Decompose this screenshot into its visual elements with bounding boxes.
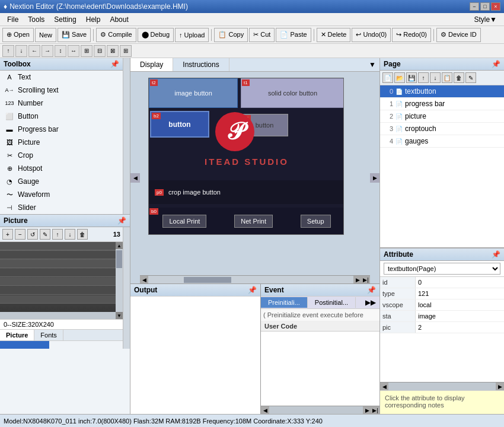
scroll-thumb[interactable] <box>116 250 122 268</box>
tool-gauge[interactable]: ◔ Gauge <box>0 175 123 188</box>
page-delete-btn[interactable]: 🗑 <box>454 72 464 83</box>
scroll-down-btn[interactable]: ▼ <box>116 312 123 319</box>
page-pin-icon[interactable]: 📌 <box>492 60 500 68</box>
scroll-right-btn[interactable]: ▶ <box>370 173 379 183</box>
save-button[interactable]: 💾 Save <box>58 28 91 42</box>
solid-color-button-t1[interactable]: t1 solid color button <box>241 78 344 108</box>
image-button-t2[interactable]: t2 image button <box>149 78 238 108</box>
event-code-input[interactable] <box>261 332 379 406</box>
attr-row-vscope[interactable]: vscope local <box>380 299 504 311</box>
maximize-button[interactable]: □ <box>480 2 490 11</box>
copy-button[interactable]: 📋 Copy <box>214 28 248 42</box>
page-up-btn[interactable]: ↑ <box>418 72 429 83</box>
tool-picture[interactable]: 🖼 Picture <box>0 136 123 149</box>
picture-hscroll[interactable] <box>0 312 116 319</box>
tool-text[interactable]: A Text <box>0 71 123 84</box>
preinit-tab[interactable]: Preinitiali... <box>261 297 308 308</box>
output-pin-icon[interactable]: 📌 <box>248 286 257 294</box>
tb-align1-icon[interactable]: ⊞ <box>81 45 92 57</box>
attr-row-pic[interactable]: pic 2 <box>380 322 504 333</box>
hscroll-right-btn[interactable]: ▶ <box>353 276 362 284</box>
menu-file[interactable]: File <box>2 14 23 25</box>
hscroll-far-right[interactable]: ▶| <box>362 276 370 284</box>
tab-fonts[interactable]: Fonts <box>34 330 63 340</box>
menu-setting[interactable]: Setting <box>49 14 81 25</box>
menu-help[interactable]: Help <box>81 14 106 25</box>
tool-number[interactable]: 123 Number <box>0 97 123 110</box>
remove-picture-button[interactable]: − <box>15 229 25 240</box>
tool-button[interactable]: ⬜ Button <box>0 110 123 123</box>
page-copy-btn[interactable]: 📋 <box>442 72 452 83</box>
page-rename-btn[interactable]: ✎ <box>465 72 476 83</box>
attr-row-type[interactable]: type 121 <box>380 288 504 299</box>
event-hscroll-left[interactable]: ◀ <box>261 406 269 415</box>
attribute-select[interactable]: textbutton(Page) <box>384 263 500 275</box>
hscroll-left-btn[interactable]: ◀ <box>140 276 148 284</box>
canvas-hscroll[interactable]: ◀ ▶ ▶| <box>140 275 370 283</box>
attr-row-id[interactable]: id 0 <box>380 277 504 288</box>
tb-up-icon[interactable]: ↑ <box>2 45 14 57</box>
scroll-up-btn[interactable]: ▲ <box>116 242 123 249</box>
page-add-btn[interactable]: 📄 <box>382 72 393 83</box>
local-print-button[interactable]: Local Print <box>162 215 206 228</box>
device-id-button[interactable]: ⚙ Device ID <box>436 28 481 42</box>
tb-right-icon[interactable]: → <box>42 45 53 57</box>
tool-scrolling-text[interactable]: A→ Scrolling text <box>0 84 123 97</box>
tb-wide-icon[interactable]: ↔ <box>68 45 79 57</box>
v-scroll-track[interactable]: ▲ ▼ <box>116 242 123 319</box>
hscroll-thumb[interactable] <box>184 277 231 283</box>
minimize-button[interactable]: − <box>470 2 479 11</box>
tb-grid-icon[interactable]: ⊞ <box>120 45 132 57</box>
page-item-3[interactable]: 3 📄 croptouch <box>380 123 504 135</box>
undo-button[interactable]: ↩ Undo(0) <box>352 28 391 42</box>
tool-hotspot[interactable]: ⊕ Hotspot <box>0 162 123 175</box>
setup-button[interactable]: Setup <box>301 215 331 228</box>
tool-waveform[interactable]: 〜 Waveform <box>0 188 123 201</box>
scroll-left-btn[interactable]: ◀ <box>130 173 140 183</box>
upload-button[interactable]: ↑ Upload <box>175 28 209 42</box>
tab-instructions[interactable]: Instructions <box>173 58 229 71</box>
attr-row-sta[interactable]: sta image <box>380 311 504 322</box>
display-dropdown-icon[interactable]: ▼ <box>365 58 379 71</box>
picture-pin-icon[interactable]: 📌 <box>117 216 126 225</box>
delete-button[interactable]: ✕ Delete <box>317 28 351 42</box>
tb-tall-icon[interactable]: ↕ <box>55 45 66 57</box>
move-up-picture-button[interactable]: ↑ <box>52 229 63 240</box>
event-pin-icon[interactable]: 📌 <box>367 286 376 294</box>
page-save-btn[interactable]: 💾 <box>406 72 417 83</box>
tool-slider[interactable]: ⊣ Slider <box>0 201 123 214</box>
delete-picture-button[interactable]: 🗑 <box>77 229 88 240</box>
toolbox-scrollbar[interactable] <box>123 58 130 214</box>
page-open-btn[interactable]: 📂 <box>394 72 405 83</box>
tool-progress-bar[interactable]: ▬ Progress bar <box>0 123 123 136</box>
tool-crop[interactable]: ✂ Crop <box>0 149 123 162</box>
move-down-picture-button[interactable]: ↓ <box>65 229 75 240</box>
net-print-button[interactable]: Net Print <box>234 215 273 228</box>
tb-down-icon[interactable]: ↓ <box>15 45 27 57</box>
attr-hscroll[interactable]: ◀ ▶ <box>380 382 504 390</box>
add-picture-button[interactable]: + <box>2 229 13 240</box>
attr-hscroll-left[interactable]: ◀ <box>380 383 388 391</box>
tb-align2-icon[interactable]: ⊟ <box>94 45 106 57</box>
toolbox-pin-icon[interactable]: 📌 <box>110 60 119 68</box>
paste-button[interactable]: 📄 Paste <box>276 28 311 42</box>
open-button[interactable]: ⊕ Open <box>2 28 34 42</box>
event-arrow-icon[interactable]: ▶▶ <box>362 297 379 308</box>
page-item-4[interactable]: 4 📄 gauges <box>380 135 504 148</box>
tab-display[interactable]: Display <box>130 58 173 71</box>
tb-align3-icon[interactable]: ⊠ <box>107 45 119 57</box>
page-down-btn[interactable]: ↓ <box>430 72 441 83</box>
compile-button[interactable]: ⚙ Compile <box>96 28 136 42</box>
event-hscroll[interactable]: ◀ ▶ ▶| <box>261 406 379 414</box>
page-item-1[interactable]: 1 📄 progress bar <box>380 98 504 110</box>
event-hscroll-end[interactable]: ▶| <box>371 406 379 415</box>
new-button[interactable]: New <box>35 28 56 42</box>
tab-picture[interactable]: Picture <box>0 330 34 340</box>
crop-image-button[interactable]: p0 crop image button <box>149 180 344 204</box>
page-item-2[interactable]: 2 📄 picture <box>380 110 504 123</box>
cut-button[interactable]: ✂ Cut <box>249 28 275 42</box>
button-b2[interactable]: b2 button <box>150 111 209 138</box>
debug-button[interactable]: ⬤ Debug <box>138 28 174 42</box>
attr-pin-icon[interactable]: 📌 <box>492 250 500 259</box>
tb-left-icon[interactable]: ← <box>28 45 40 57</box>
